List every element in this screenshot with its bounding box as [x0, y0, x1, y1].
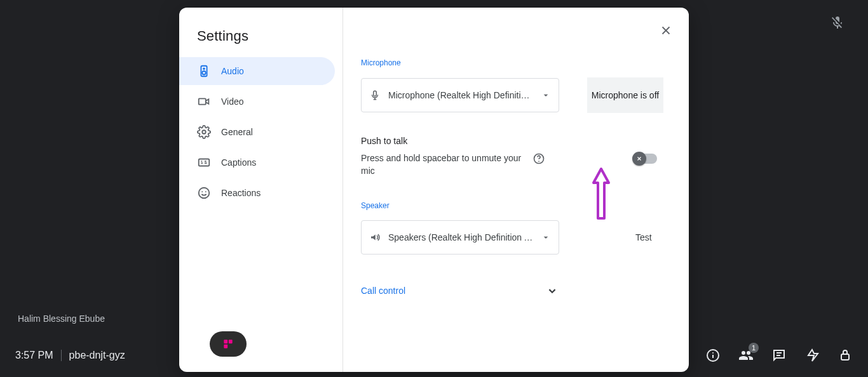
host-controls-icon[interactable]: [837, 348, 853, 363]
push-to-talk-toggle[interactable]: [634, 154, 657, 164]
call-control-expander[interactable]: Call control: [361, 284, 559, 298]
chevron-down-icon: [541, 90, 551, 100]
mic-muted-indicator: [830, 15, 845, 30]
close-button[interactable]: [653, 18, 679, 43]
svg-point-2: [712, 352, 714, 354]
settings-nav: Audio Video General Captions Reactions: [179, 57, 342, 207]
chevron-down-icon: [545, 284, 559, 298]
push-to-talk-title: Push to talk: [361, 136, 671, 146]
speaker-label: Speaker: [361, 201, 671, 210]
svg-rect-15: [224, 340, 227, 343]
nav-label: Reactions: [221, 188, 261, 198]
bottom-right-toolbar: 1: [705, 348, 853, 363]
help-icon[interactable]: [532, 152, 545, 165]
nav-captions[interactable]: Captions: [179, 149, 335, 176]
camera-icon: [197, 95, 211, 109]
clock-time: 3:57 PM: [15, 350, 53, 361]
extension-fab[interactable]: [210, 331, 247, 357]
nav-label: Video: [221, 96, 244, 107]
bottom-left: 3:57 PM pbe-dnjt-gyz: [15, 350, 125, 361]
dialog-content: Microphone Microphone (Realtek High Defi…: [343, 8, 689, 372]
toggle-knob: [632, 152, 646, 166]
svg-point-7: [203, 68, 205, 69]
svg-point-12: [199, 188, 210, 199]
svg-rect-11: [199, 159, 210, 166]
speaker-device: Speakers (Realtek High Definition A…: [388, 232, 533, 242]
activities-icon[interactable]: [804, 348, 820, 363]
close-icon: [659, 23, 673, 37]
call-control-label: Call control: [361, 286, 405, 296]
dialog-sidebar: Settings Audio Video General Captions Re…: [179, 8, 343, 372]
nav-reactions[interactable]: Reactions: [179, 179, 335, 207]
chevron-down-icon: [541, 232, 551, 242]
svg-point-13: [201, 191, 203, 192]
svg-rect-17: [224, 345, 227, 348]
speaker-icon: [197, 64, 211, 78]
meeting-code: pbe-dnjt-gyz: [69, 350, 125, 361]
nav-video[interactable]: Video: [179, 88, 335, 116]
test-speaker-button[interactable]: Test: [635, 232, 652, 242]
svg-rect-9: [199, 98, 206, 104]
microphone-device: Microphone (Realtek High Definitio…: [388, 90, 533, 100]
info-icon[interactable]: [705, 348, 721, 363]
people-badge: 1: [749, 343, 759, 353]
svg-point-8: [202, 71, 206, 75]
svg-rect-16: [229, 340, 233, 343]
divider: [61, 350, 62, 361]
speaker-select[interactable]: Speakers (Realtek High Definition A…: [361, 220, 559, 255]
nav-label: Audio: [221, 66, 244, 76]
push-to-talk-desc: Press and hold spacebar to unmute your m…: [361, 152, 525, 177]
smile-icon: [197, 186, 211, 200]
nav-general[interactable]: General: [179, 118, 335, 146]
microphone-select[interactable]: Microphone (Realtek High Definitio…: [361, 78, 559, 112]
svg-point-10: [202, 130, 206, 134]
nav-audio[interactable]: Audio: [179, 57, 335, 85]
x-icon: [636, 155, 642, 162]
people-icon[interactable]: 1: [738, 348, 754, 363]
nav-label: Captions: [221, 157, 256, 168]
dialog-title: Settings: [179, 23, 342, 57]
captions-icon: [197, 155, 211, 169]
svg-point-14: [205, 191, 207, 192]
mic-icon: [369, 89, 381, 101]
nav-label: General: [221, 127, 253, 137]
svg-rect-20: [374, 91, 377, 96]
settings-dialog: Settings Audio Video General Captions Re…: [179, 8, 689, 372]
svg-point-22: [538, 161, 539, 162]
gear-icon: [197, 125, 211, 139]
extension-icon: [222, 338, 234, 350]
volume-icon: [369, 232, 381, 243]
svg-rect-5: [841, 354, 849, 360]
microphone-label: Microphone: [361, 58, 671, 67]
microphone-status: Microphone is off: [587, 77, 663, 113]
participant-name: Halim Blessing Ebube: [18, 314, 105, 324]
chat-icon[interactable]: [771, 348, 787, 363]
